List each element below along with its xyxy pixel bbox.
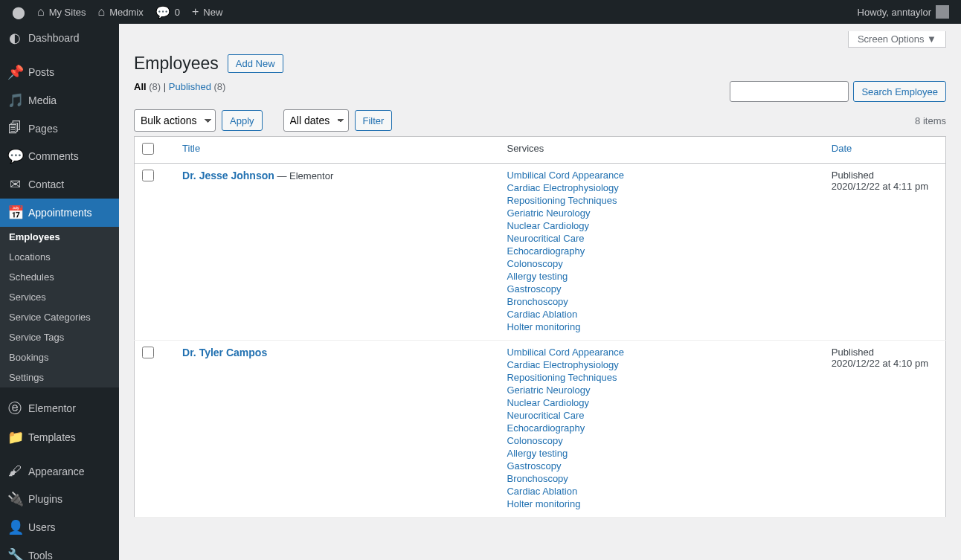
search-input[interactable] bbox=[730, 81, 849, 102]
row-date: 2020/12/22 at 4:10 pm bbox=[832, 358, 938, 369]
service-link[interactable]: Echocardiography bbox=[507, 245, 816, 257]
menu-contact[interactable]: ✉Contact bbox=[0, 170, 119, 199]
service-link[interactable]: Echocardiography bbox=[507, 422, 816, 434]
menu-dashboard[interactable]: ◐Dashboard bbox=[0, 24, 119, 52]
menu-media[interactable]: 🎵Media bbox=[0, 86, 119, 115]
user-icon: 👤 bbox=[7, 519, 22, 535]
menu-appointments[interactable]: 📅Appointments bbox=[0, 199, 119, 227]
service-link[interactable]: Cardiac Electrophysiology bbox=[507, 359, 816, 370]
service-link[interactable]: Gastroscopy bbox=[507, 283, 816, 295]
service-link[interactable]: Neurocritical Care bbox=[507, 233, 816, 244]
menu-posts[interactable]: 📌Posts bbox=[0, 58, 119, 86]
service-link[interactable]: Cardiac Ablation bbox=[507, 309, 816, 320]
service-link[interactable]: Nuclear Cardiology bbox=[507, 397, 816, 408]
row-checkbox[interactable] bbox=[142, 347, 154, 358]
service-link[interactable]: Holter monitoring bbox=[507, 321, 816, 332]
service-link[interactable]: Nuclear Cardiology bbox=[507, 220, 816, 231]
service-link[interactable]: Colonoscopy bbox=[507, 435, 816, 446]
menu-pages[interactable]: 🗐Pages bbox=[0, 115, 119, 142]
menu-appearance[interactable]: 🖌Appearance bbox=[0, 457, 119, 485]
brush-icon: 🖌 bbox=[7, 463, 22, 479]
page-icon: 🗐 bbox=[7, 120, 22, 136]
employee-title-link[interactable]: Dr. Tyler Campos bbox=[182, 347, 267, 358]
plus-icon: + bbox=[192, 5, 199, 19]
menu-elementor[interactable]: ⓔElementor bbox=[0, 393, 119, 423]
admin-menu: ◐Dashboard 📌Posts 🎵Media 🗐Pages 💬Comment… bbox=[0, 24, 119, 560]
service-link[interactable]: Colonoscopy bbox=[507, 258, 816, 269]
comments-bubble[interactable]: 💬0 bbox=[150, 0, 186, 24]
plug-icon: 🔌 bbox=[7, 491, 22, 507]
filter-button[interactable]: Filter bbox=[355, 110, 393, 131]
new-label: New bbox=[203, 7, 222, 18]
site-name[interactable]: ⌂Medmix bbox=[92, 0, 150, 24]
submenu-schedules[interactable]: Schedules bbox=[0, 267, 119, 287]
menu-tools[interactable]: 🔧Tools bbox=[0, 541, 119, 560]
folder-icon: 📁 bbox=[7, 429, 22, 445]
pin-icon: 📌 bbox=[7, 64, 22, 80]
service-link[interactable]: Bronchoscopy bbox=[507, 473, 816, 484]
title-suffix: — Elementor bbox=[274, 170, 333, 181]
service-link[interactable]: Gastroscopy bbox=[507, 460, 816, 472]
service-link[interactable]: Allergy testing bbox=[507, 271, 816, 282]
filter-all[interactable]: All bbox=[134, 81, 147, 92]
apply-button[interactable]: Apply bbox=[222, 110, 263, 131]
col-services: Services bbox=[499, 137, 823, 164]
submenu-service-tags[interactable]: Service Tags bbox=[0, 327, 119, 347]
wrench-icon: 🔧 bbox=[7, 547, 22, 560]
howdy-account[interactable]: Howdy, anntaylor bbox=[852, 0, 955, 24]
add-new-button[interactable]: Add New bbox=[228, 54, 283, 73]
menu-users[interactable]: 👤Users bbox=[0, 513, 119, 541]
service-link[interactable]: Umbilical Cord Appearance bbox=[507, 170, 816, 181]
submenu-employees[interactable]: Employees bbox=[0, 227, 119, 247]
submenu-settings[interactable]: Settings bbox=[0, 367, 119, 387]
employee-title-link[interactable]: Dr. Jesse Johnson bbox=[182, 170, 274, 181]
service-link[interactable]: Repositioning Techniques bbox=[507, 195, 816, 206]
filter-published[interactable]: Published bbox=[169, 81, 211, 92]
dashboard-icon: ◐ bbox=[7, 30, 22, 46]
comments-count: 0 bbox=[175, 7, 180, 18]
submenu-bookings[interactable]: Bookings bbox=[0, 347, 119, 367]
my-sites[interactable]: ⌂My Sites bbox=[31, 0, 92, 24]
media-icon: 🎵 bbox=[7, 92, 22, 109]
row-date: 2020/12/22 at 4:11 pm bbox=[832, 181, 938, 192]
menu-comments[interactable]: 💬Comments bbox=[0, 142, 119, 170]
table-row: Dr. Jesse Johnson — ElementorUmbilical C… bbox=[135, 164, 946, 341]
menu-templates[interactable]: 📁Templates bbox=[0, 423, 119, 451]
wp-logo[interactable]: ⬤ bbox=[6, 0, 31, 24]
service-link[interactable]: Repositioning Techniques bbox=[507, 372, 816, 383]
row-status: Published bbox=[832, 170, 938, 181]
service-link[interactable]: Holter monitoring bbox=[507, 498, 816, 509]
row-checkbox[interactable] bbox=[142, 170, 154, 181]
comment-icon: 💬 bbox=[155, 5, 170, 19]
service-link[interactable]: Geriatric Neurology bbox=[507, 384, 816, 396]
site-name-label: Medmix bbox=[109, 7, 144, 18]
service-link[interactable]: Geriatric Neurology bbox=[507, 207, 816, 219]
admin-bar: ⬤ ⌂My Sites ⌂Medmix 💬0 +New Howdy, annta… bbox=[0, 0, 961, 24]
service-link[interactable]: Allergy testing bbox=[507, 448, 816, 459]
screen-options-button[interactable]: Screen Options ▼ bbox=[848, 31, 946, 48]
row-status: Published bbox=[832, 347, 938, 358]
search-button[interactable]: Search Employee bbox=[853, 81, 946, 102]
home-icon: ⌂ bbox=[98, 5, 106, 19]
my-sites-label: My Sites bbox=[49, 7, 86, 18]
bulk-actions-select[interactable]: Bulk actions bbox=[134, 109, 216, 132]
new-content[interactable]: +New bbox=[186, 0, 228, 24]
col-date[interactable]: Date bbox=[832, 143, 852, 154]
service-link[interactable]: Neurocritical Care bbox=[507, 410, 816, 421]
wordpress-icon: ⬤ bbox=[12, 5, 25, 19]
page-title: Employees bbox=[134, 54, 219, 74]
submenu-locations[interactable]: Locations bbox=[0, 247, 119, 267]
submenu-service-categories[interactable]: Service Categories bbox=[0, 307, 119, 327]
elementor-icon: ⓔ bbox=[7, 399, 22, 417]
service-link[interactable]: Umbilical Cord Appearance bbox=[507, 347, 816, 358]
select-all-checkbox[interactable] bbox=[142, 143, 154, 155]
service-link[interactable]: Cardiac Ablation bbox=[507, 486, 816, 497]
submenu-services[interactable]: Services bbox=[0, 287, 119, 307]
col-title[interactable]: Title bbox=[182, 143, 200, 154]
service-link[interactable]: Bronchoscopy bbox=[507, 296, 816, 307]
service-link[interactable]: Cardiac Electrophysiology bbox=[507, 182, 816, 193]
menu-plugins[interactable]: 🔌Plugins bbox=[0, 485, 119, 513]
status-filter: All (8) | Published (8) bbox=[134, 81, 225, 92]
employees-table: Title Services Date Dr. Jesse Johnson — … bbox=[134, 136, 946, 518]
date-filter-select[interactable]: All dates bbox=[283, 109, 349, 132]
